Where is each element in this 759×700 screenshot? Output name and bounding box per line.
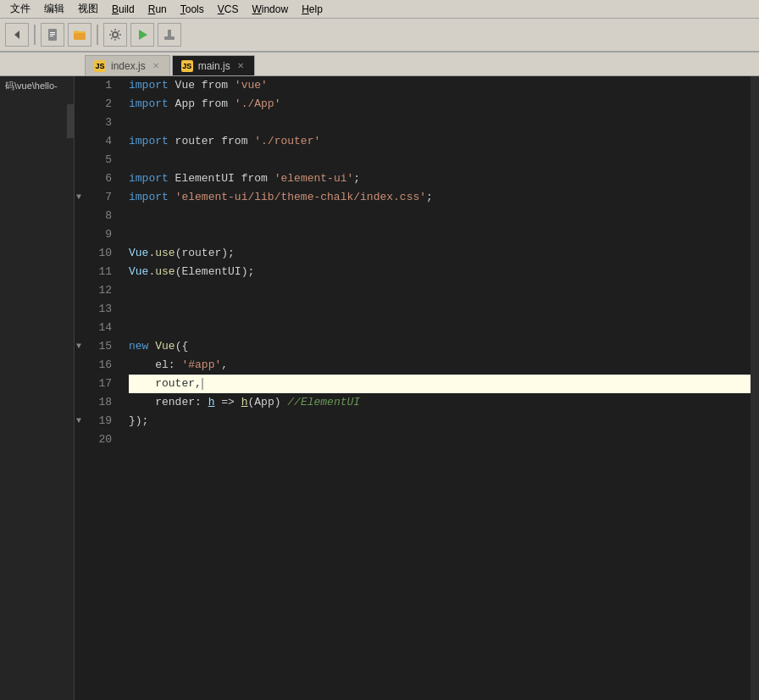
line-num-14: 14 (75, 319, 125, 337)
line-num-17: 17 (75, 375, 125, 393)
tab-main-js-label: main.js (198, 60, 230, 72)
menu-edit[interactable]: 编辑 (37, 0, 71, 18)
code-line-1: import Vue from 'vue' (129, 76, 751, 95)
code-line-14 (129, 319, 751, 337)
line-num-13: 13 (75, 300, 125, 319)
code-line-7: import 'element-ui/lib/theme-chalk/index… (129, 188, 751, 207)
menu-help[interactable]: Help (295, 2, 330, 17)
toolbar-settings-btn[interactable] (103, 23, 127, 47)
code-line-13 (129, 300, 751, 319)
svg-rect-2 (50, 32, 55, 33)
line-numbers: 1 2 3 4 5 6 ▼ 7 8 9 10 11 12 13 14 ▼ (75, 76, 125, 700)
code-line-8 (129, 207, 751, 225)
svg-rect-9 (168, 30, 171, 36)
menu-build[interactable]: Build (105, 2, 141, 17)
toolbar-btn-2[interactable] (68, 23, 91, 47)
line-num-20: 20 (75, 431, 125, 449)
main-area: 码\vue\hello- 1 2 3 4 5 6 ▼ 7 8 9 10 11 (0, 76, 759, 700)
code-line-4: import router from './router' (129, 132, 751, 151)
tab-index-js-close[interactable]: ✕ (151, 60, 161, 71)
tab-index-js-label: index.js (111, 60, 146, 72)
fold-icon-19[interactable]: ▼ (76, 412, 81, 431)
folder-icon (73, 28, 86, 42)
line-num-11: 11 (75, 263, 125, 281)
tab-main-js-close[interactable]: ✕ (235, 60, 246, 71)
line-num-15: ▼ 15 (75, 337, 125, 356)
fold-icon-15[interactable]: ▼ (76, 337, 81, 356)
code-line-17: router, (129, 375, 751, 393)
side-panel-scrollbar[interactable] (67, 104, 74, 138)
tab-index-js[interactable]: JS index.js ✕ (85, 55, 170, 75)
code-line-19: }); (129, 412, 751, 431)
index-js-file-icon: JS (94, 60, 106, 72)
line-num-1: 1 (75, 76, 125, 95)
line-num-5: 5 (75, 151, 125, 169)
code-line-20 (129, 431, 751, 449)
toolbar-btn-1[interactable] (41, 23, 64, 47)
breadcrumb: 码\vue\hello- (0, 76, 74, 96)
svg-marker-0 (14, 31, 19, 39)
build-icon (163, 28, 176, 42)
svg-rect-4 (50, 36, 53, 36)
line-num-18: 18 (75, 393, 125, 412)
menu-tools[interactable]: Tools (174, 2, 211, 17)
code-editor[interactable]: 1 2 3 4 5 6 ▼ 7 8 9 10 11 12 13 14 ▼ (75, 76, 759, 700)
settings-icon (108, 28, 122, 42)
menubar: 文件 编辑 视图 Build Run Tools VCS Window Help (0, 0, 759, 19)
toolbar-separator-2 (97, 25, 98, 45)
code-container: 1 2 3 4 5 6 ▼ 7 8 9 10 11 12 13 14 ▼ (75, 76, 759, 700)
menu-view[interactable]: 视图 (71, 0, 105, 18)
line-num-6: 6 (75, 169, 125, 188)
code-line-18: render: h => h(App) //ElementUI (129, 393, 751, 412)
line-num-2: 2 (75, 95, 125, 114)
line-num-4: 4 (75, 132, 125, 151)
file-icon (46, 28, 59, 42)
svg-rect-3 (50, 34, 55, 35)
code-line-6: import ElementUI from 'element-ui'; (129, 169, 751, 188)
code-line-11: Vue.use(ElementUI); (129, 263, 751, 281)
svg-rect-8 (164, 36, 175, 40)
menu-run[interactable]: Run (141, 2, 174, 17)
line-num-7: ▼ 7 (75, 188, 125, 207)
main-js-file-icon: JS (181, 60, 193, 72)
code-line-5 (129, 151, 751, 169)
tabbar: JS index.js ✕ JS main.js ✕ (0, 53, 759, 76)
code-content[interactable]: import Vue from 'vue' import App from '.… (125, 76, 751, 700)
code-line-2: import App from './App' (129, 95, 751, 114)
toolbar-build-btn[interactable] (158, 23, 181, 47)
line-num-12: 12 (75, 281, 125, 300)
menu-window[interactable]: Window (245, 2, 295, 17)
scrollbar-vertical[interactable] (751, 76, 759, 700)
line-num-9: 9 (75, 225, 125, 244)
tab-main-js[interactable]: JS main.js ✕ (172, 55, 255, 75)
line-num-3: 3 (75, 114, 125, 132)
code-line-9 (129, 225, 751, 244)
code-line-10: Vue.use(router); (129, 244, 751, 263)
toolbar (0, 19, 759, 53)
toolbar-run-btn[interactable] (130, 23, 154, 47)
menu-file[interactable]: 文件 (3, 0, 37, 18)
menu-vcs[interactable]: VCS (211, 2, 246, 17)
toolbar-back-btn[interactable] (5, 23, 29, 47)
code-line-16: el: '#app', (129, 356, 751, 375)
code-line-3 (129, 114, 751, 132)
side-panel: 码\vue\hello- (0, 76, 75, 700)
code-line-15: new Vue({ (129, 337, 751, 356)
toolbar-separator-1 (34, 25, 36, 45)
svg-point-6 (113, 32, 118, 37)
run-icon (136, 28, 149, 42)
fold-icon-7[interactable]: ▼ (76, 188, 81, 207)
code-line-12 (129, 281, 751, 300)
line-num-10: 10 (75, 244, 125, 263)
svg-marker-7 (139, 30, 147, 40)
line-num-16: 16 (75, 356, 125, 375)
back-icon (11, 29, 23, 41)
line-num-8: 8 (75, 207, 125, 225)
line-num-19: ▼ 19 (75, 412, 125, 431)
